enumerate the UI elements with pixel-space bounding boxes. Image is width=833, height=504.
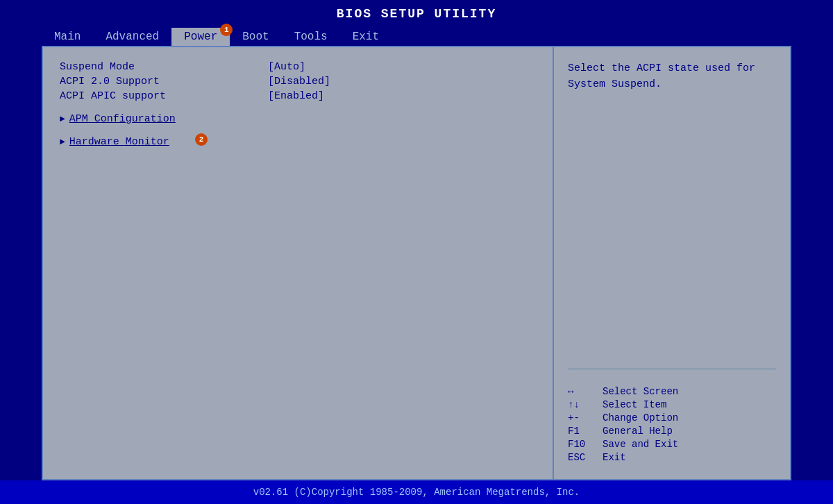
submenu-arrow-hwmon: ► — [60, 137, 65, 147]
submenu-label-hwmon: Hardware Monitor — [69, 136, 169, 148]
help-text: Select the ACPI state used for System Su… — [568, 61, 776, 92]
setting-value-acpi-apic: [Enabled] — [268, 90, 324, 102]
hwmon-badge: 2 — [195, 133, 208, 146]
key-arrows-vert: ↑↓ — [568, 399, 603, 410]
setting-label-suspend-mode: Suspend Mode — [60, 61, 268, 73]
title-bar: BIOS SETUP UTILITY — [0, 0, 833, 25]
desc-esc-exit: Exit — [603, 452, 626, 463]
nav-item-main[interactable]: Main — [42, 28, 93, 46]
keybindings: ↔ Select Screen ↑↓ Select Item +- Change… — [568, 386, 776, 465]
keybind-select-item: ↑↓ Select Item — [568, 399, 776, 410]
divider — [568, 369, 776, 369]
submenu-apm-configuration[interactable]: ► APM Configuration — [60, 113, 536, 125]
desc-select-item: Select Item — [603, 399, 666, 410]
nav-label-main: Main — [54, 31, 81, 43]
main-content: Suspend Mode [Auto] ACPI 2.0 Support [Di… — [42, 46, 791, 480]
nav-bar: Main Advanced Power 1 Boot Tools Exit — [0, 25, 833, 46]
footer-text: v02.61 (C)Copyright 1985-2009, American … — [253, 487, 580, 498]
nav-label-power: Power — [184, 31, 217, 43]
nav-item-boot[interactable]: Boot — [230, 28, 281, 46]
desc-change-option: Change Option — [603, 412, 678, 423]
left-panel: Suspend Mode [Auto] ACPI 2.0 Support [Di… — [43, 47, 554, 479]
submenu-hardware-monitor[interactable]: ► Hardware Monitor 2 — [60, 136, 536, 148]
nav-item-exit[interactable]: Exit — [340, 28, 392, 46]
key-f1: F1 — [568, 426, 603, 437]
submenu-label-apm: APM Configuration — [69, 113, 176, 125]
setting-row-suspend-mode[interactable]: Suspend Mode [Auto] — [60, 61, 536, 73]
setting-row-acpi20[interactable]: ACPI 2.0 Support [Disabled] — [60, 76, 536, 87]
keybind-change-option: +- Change Option — [568, 412, 776, 423]
keybind-esc-exit: ESC Exit — [568, 452, 776, 463]
footer: v02.61 (C)Copyright 1985-2009, American … — [0, 480, 833, 504]
desc-save-exit: Save and Exit — [603, 439, 678, 450]
setting-value-acpi20: [Disabled] — [268, 76, 330, 87]
setting-label-acpi-apic: ACPI APIC support — [60, 90, 268, 102]
nav-item-advanced[interactable]: Advanced — [93, 28, 171, 46]
nav-item-tools[interactable]: Tools — [282, 28, 340, 46]
setting-label-acpi20: ACPI 2.0 Support — [60, 76, 268, 87]
nav-label-exit: Exit — [353, 31, 379, 43]
nav-label-advanced: Advanced — [106, 31, 159, 43]
right-panel: Select the ACPI state used for System Su… — [554, 47, 790, 479]
desc-select-screen: Select Screen — [603, 386, 678, 397]
setting-value-suspend-mode: [Auto] — [268, 61, 305, 73]
keybind-save-exit: F10 Save and Exit — [568, 439, 776, 450]
submenu-arrow-apm: ► — [60, 114, 65, 124]
bios-title: BIOS SETUP UTILITY — [337, 7, 496, 21]
keybind-general-help: F1 General Help — [568, 426, 776, 437]
key-f10: F10 — [568, 439, 603, 450]
key-plus-minus: +- — [568, 412, 603, 423]
setting-row-acpi-apic[interactable]: ACPI APIC support [Enabled] — [60, 90, 536, 102]
bios-setup-screen: BIOS SETUP UTILITY Main Advanced Power 1… — [0, 0, 833, 504]
nav-label-tools: Tools — [294, 31, 328, 43]
keybind-select-screen: ↔ Select Screen — [568, 386, 776, 397]
desc-general-help: General Help — [603, 426, 673, 437]
key-arrows-horiz: ↔ — [568, 386, 603, 397]
nav-item-power[interactable]: Power 1 — [171, 28, 230, 46]
nav-label-boot: Boot — [242, 31, 269, 43]
key-esc: ESC — [568, 452, 603, 463]
